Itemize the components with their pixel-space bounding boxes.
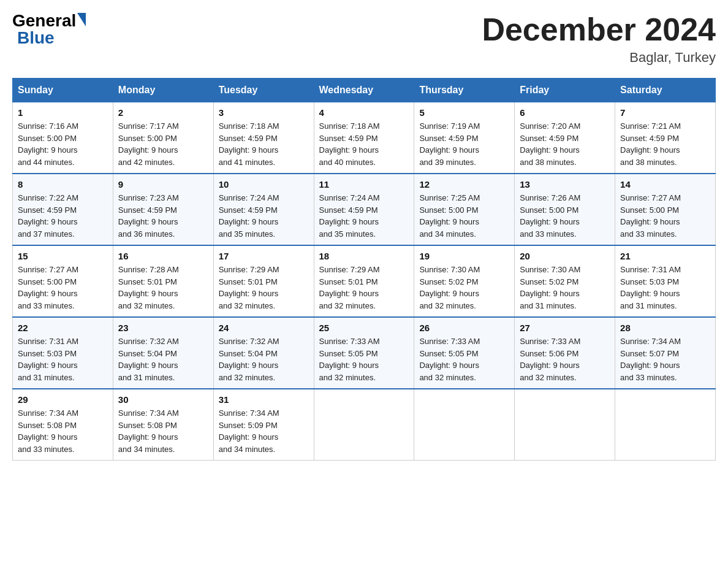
logo: General Blue — [12, 12, 86, 47]
calendar-cell: 26 Sunrise: 7:33 AM Sunset: 5:05 PM Dayl… — [414, 317, 515, 389]
day-info: Sunrise: 7:30 AM Sunset: 5:02 PM Dayligh… — [520, 264, 610, 312]
day-number: 13 — [520, 179, 610, 190]
day-info: Sunrise: 7:34 AM Sunset: 5:08 PM Dayligh… — [118, 407, 208, 455]
day-number: 3 — [219, 107, 309, 118]
day-info: Sunrise: 7:33 AM Sunset: 5:05 PM Dayligh… — [419, 335, 509, 383]
day-number: 28 — [620, 323, 710, 333]
calendar-cell: 21 Sunrise: 7:31 AM Sunset: 5:03 PM Dayl… — [615, 245, 716, 317]
calendar-week-4: 22 Sunrise: 7:31 AM Sunset: 5:03 PM Dayl… — [13, 317, 716, 389]
day-info: Sunrise: 7:23 AM Sunset: 4:59 PM Dayligh… — [118, 192, 208, 240]
day-info: Sunrise: 7:18 AM Sunset: 4:59 PM Dayligh… — [219, 120, 309, 168]
calendar-cell: 23 Sunrise: 7:32 AM Sunset: 5:04 PM Dayl… — [113, 317, 213, 389]
day-info: Sunrise: 7:22 AM Sunset: 4:59 PM Dayligh… — [18, 192, 108, 240]
calendar-cell: 19 Sunrise: 7:30 AM Sunset: 5:02 PM Dayl… — [414, 245, 515, 317]
logo-triangle-icon — [77, 13, 86, 26]
calendar-subtitle: Baglar, Turkey — [482, 50, 716, 66]
day-info: Sunrise: 7:24 AM Sunset: 4:59 PM Dayligh… — [219, 192, 309, 240]
day-info: Sunrise: 7:29 AM Sunset: 5:01 PM Dayligh… — [319, 264, 409, 312]
day-number: 22 — [18, 323, 108, 333]
day-info: Sunrise: 7:34 AM Sunset: 5:08 PM Dayligh… — [18, 407, 108, 455]
day-number: 17 — [219, 251, 309, 261]
day-number: 2 — [118, 107, 208, 118]
day-number: 12 — [419, 179, 509, 190]
calendar-cell: 11 Sunrise: 7:24 AM Sunset: 4:59 PM Dayl… — [314, 174, 414, 245]
day-number: 18 — [319, 251, 409, 261]
day-info: Sunrise: 7:33 AM Sunset: 5:05 PM Dayligh… — [319, 335, 409, 383]
day-info: Sunrise: 7:28 AM Sunset: 5:01 PM Dayligh… — [118, 264, 208, 312]
day-number: 10 — [219, 179, 309, 190]
calendar-title: December 2024 — [482, 12, 716, 47]
calendar-cell: 5 Sunrise: 7:19 AM Sunset: 4:59 PM Dayli… — [414, 102, 515, 174]
logo-blue-text: Blue — [17, 29, 55, 47]
calendar-cell: 9 Sunrise: 7:23 AM Sunset: 4:59 PM Dayli… — [113, 174, 213, 245]
calendar-week-2: 8 Sunrise: 7:22 AM Sunset: 4:59 PM Dayli… — [13, 174, 716, 245]
col-tuesday: Tuesday — [213, 79, 314, 102]
calendar-week-5: 29 Sunrise: 7:34 AM Sunset: 5:08 PM Dayl… — [13, 389, 716, 461]
col-friday: Friday — [515, 79, 615, 102]
calendar-cell: 24 Sunrise: 7:32 AM Sunset: 5:04 PM Dayl… — [213, 317, 314, 389]
calendar-cell: 12 Sunrise: 7:25 AM Sunset: 5:00 PM Dayl… — [414, 174, 515, 245]
day-number: 20 — [520, 251, 610, 261]
day-number: 21 — [620, 251, 710, 261]
title-block: December 2024 Baglar, Turkey — [482, 12, 716, 66]
day-number: 8 — [18, 179, 108, 190]
calendar-cell: 22 Sunrise: 7:31 AM Sunset: 5:03 PM Dayl… — [13, 317, 113, 389]
calendar-cell: 29 Sunrise: 7:34 AM Sunset: 5:08 PM Dayl… — [13, 389, 113, 461]
calendar-cell: 18 Sunrise: 7:29 AM Sunset: 5:01 PM Dayl… — [314, 245, 414, 317]
day-number: 16 — [118, 251, 208, 261]
calendar-cell: 25 Sunrise: 7:33 AM Sunset: 5:05 PM Dayl… — [314, 317, 414, 389]
calendar-cell: 31 Sunrise: 7:34 AM Sunset: 5:09 PM Dayl… — [213, 389, 314, 461]
day-number: 11 — [319, 179, 409, 190]
day-number: 19 — [419, 251, 509, 261]
calendar-cell: 17 Sunrise: 7:29 AM Sunset: 5:01 PM Dayl… — [213, 245, 314, 317]
calendar-cell: 15 Sunrise: 7:27 AM Sunset: 5:00 PM Dayl… — [13, 245, 113, 317]
day-info: Sunrise: 7:20 AM Sunset: 4:59 PM Dayligh… — [520, 120, 610, 168]
day-number: 24 — [219, 323, 309, 333]
day-number: 29 — [18, 394, 108, 405]
calendar-cell: 20 Sunrise: 7:30 AM Sunset: 5:02 PM Dayl… — [515, 245, 615, 317]
day-info: Sunrise: 7:33 AM Sunset: 5:06 PM Dayligh… — [520, 335, 610, 383]
calendar-cell: 2 Sunrise: 7:17 AM Sunset: 5:00 PM Dayli… — [113, 102, 213, 174]
calendar-cell — [314, 389, 414, 461]
day-number: 14 — [620, 179, 710, 190]
calendar-cell — [515, 389, 615, 461]
day-info: Sunrise: 7:32 AM Sunset: 5:04 PM Dayligh… — [219, 335, 309, 383]
day-info: Sunrise: 7:27 AM Sunset: 5:00 PM Dayligh… — [620, 192, 710, 240]
calendar-week-3: 15 Sunrise: 7:27 AM Sunset: 5:00 PM Dayl… — [13, 245, 716, 317]
calendar-cell: 14 Sunrise: 7:27 AM Sunset: 5:00 PM Dayl… — [615, 174, 716, 245]
day-number: 25 — [319, 323, 409, 333]
day-info: Sunrise: 7:25 AM Sunset: 5:00 PM Dayligh… — [419, 192, 509, 240]
day-info: Sunrise: 7:34 AM Sunset: 5:07 PM Dayligh… — [620, 335, 710, 383]
day-info: Sunrise: 7:19 AM Sunset: 4:59 PM Dayligh… — [419, 120, 509, 168]
day-info: Sunrise: 7:21 AM Sunset: 4:59 PM Dayligh… — [620, 120, 710, 168]
calendar-cell: 3 Sunrise: 7:18 AM Sunset: 4:59 PM Dayli… — [213, 102, 314, 174]
calendar-cell: 4 Sunrise: 7:18 AM Sunset: 4:59 PM Dayli… — [314, 102, 414, 174]
day-number: 15 — [18, 251, 108, 261]
day-number: 27 — [520, 323, 610, 333]
col-wednesday: Wednesday — [314, 79, 414, 102]
day-info: Sunrise: 7:32 AM Sunset: 5:04 PM Dayligh… — [118, 335, 208, 383]
day-number: 31 — [219, 394, 309, 405]
day-info: Sunrise: 7:16 AM Sunset: 5:00 PM Dayligh… — [18, 120, 108, 168]
day-number: 9 — [118, 179, 208, 190]
col-monday: Monday — [113, 79, 213, 102]
calendar-cell: 30 Sunrise: 7:34 AM Sunset: 5:08 PM Dayl… — [113, 389, 213, 461]
calendar-cell: 8 Sunrise: 7:22 AM Sunset: 4:59 PM Dayli… — [13, 174, 113, 245]
calendar-cell: 13 Sunrise: 7:26 AM Sunset: 5:00 PM Dayl… — [515, 174, 615, 245]
page-header: General Blue December 2024 Baglar, Turke… — [12, 12, 716, 66]
day-info: Sunrise: 7:30 AM Sunset: 5:02 PM Dayligh… — [419, 264, 509, 312]
day-info: Sunrise: 7:17 AM Sunset: 5:00 PM Dayligh… — [118, 120, 208, 168]
day-number: 6 — [520, 107, 610, 118]
day-info: Sunrise: 7:24 AM Sunset: 4:59 PM Dayligh… — [319, 192, 409, 240]
calendar-cell — [615, 389, 716, 461]
calendar-cell: 6 Sunrise: 7:20 AM Sunset: 4:59 PM Dayli… — [515, 102, 615, 174]
logo-general-text: General — [12, 12, 76, 29]
day-number: 30 — [118, 394, 208, 405]
calendar-cell: 10 Sunrise: 7:24 AM Sunset: 4:59 PM Dayl… — [213, 174, 314, 245]
day-number: 23 — [118, 323, 208, 333]
day-number: 4 — [319, 107, 409, 118]
day-number: 5 — [419, 107, 509, 118]
day-info: Sunrise: 7:18 AM Sunset: 4:59 PM Dayligh… — [319, 120, 409, 168]
calendar-cell: 28 Sunrise: 7:34 AM Sunset: 5:07 PM Dayl… — [615, 317, 716, 389]
calendar-cell: 1 Sunrise: 7:16 AM Sunset: 5:00 PM Dayli… — [13, 102, 113, 174]
